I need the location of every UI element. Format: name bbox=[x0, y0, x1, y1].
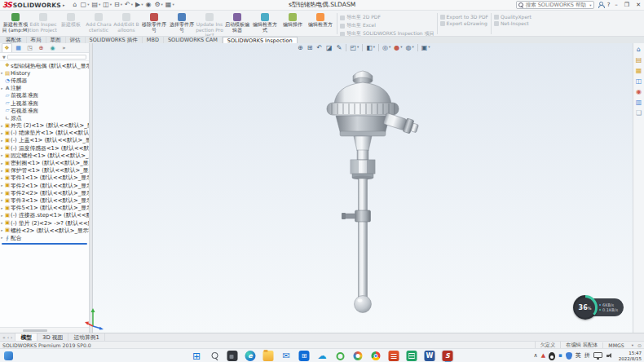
tree-row[interactable]: ▸ 密封圈<1> (默认<<默认>_显示状 bbox=[0, 159, 89, 166]
command-tab[interactable]: MBD bbox=[143, 37, 164, 43]
tree-horizontal-scrollbar[interactable] bbox=[0, 327, 89, 333]
export-menu-item[interactable]: Net-Inspect bbox=[494, 20, 532, 26]
ribbon-button[interactable]: Add/Edit Balloons bbox=[112, 11, 140, 36]
window-restore-button[interactable]: ❐ bbox=[623, 2, 631, 8]
quick-access-button[interactable]: ▤▾ bbox=[91, 2, 100, 8]
ribbon-button[interactable]: Add Characteristic bbox=[85, 11, 112, 36]
ribbon-button[interactable]: 编辑操作 bbox=[279, 11, 307, 36]
ribbon-button[interactable]: 新建模板 bbox=[57, 11, 85, 36]
headsup-button[interactable]: ✎ bbox=[336, 45, 344, 51]
tree-row[interactable]: ▸ (-) 连接器.step<1> (默认<<默认> bbox=[0, 212, 89, 219]
export-menu-item[interactable]: QualityXpert bbox=[494, 14, 532, 20]
task-pane-tab[interactable]: ❏ bbox=[636, 110, 642, 117]
task-pane-tab[interactable]: ▦ bbox=[636, 68, 642, 74]
panel-tab[interactable]: ⊕ bbox=[36, 43, 46, 52]
ribbon-button[interactable]: 选择零件序号 bbox=[168, 11, 196, 36]
tree-row[interactable]: ▸ (-) 上盖<1> (默认<<默认>_显示状 bbox=[0, 137, 89, 144]
taskbar-app[interactable] bbox=[334, 350, 346, 362]
taskbar-app[interactable] bbox=[227, 350, 239, 362]
tray-item[interactable]: ∧ bbox=[534, 353, 538, 359]
search-input[interactable]: 搜索 SOLIDWORKS 帮助 ▾ bbox=[516, 1, 594, 9]
taskbar-app[interactable]: W bbox=[424, 350, 436, 362]
tray-item[interactable]: 英 bbox=[576, 353, 581, 359]
doc-tab-nav-arrow-icon[interactable]: ‹ bbox=[7, 334, 9, 340]
tree-row[interactable]: ▸ 零件2<1> (默认<<默认>_显示状 bbox=[0, 182, 89, 189]
panel-tab[interactable]: ❖ bbox=[2, 43, 12, 52]
panel-splitter[interactable] bbox=[90, 43, 93, 333]
taskbar-app[interactable] bbox=[352, 350, 364, 362]
window-close-button[interactable]: ✕ bbox=[634, 2, 642, 8]
login-user-icon[interactable] bbox=[598, 2, 604, 8]
quick-access-button[interactable]: ↶▾ bbox=[125, 2, 133, 8]
task-pane-tab[interactable]: ◉ bbox=[636, 89, 642, 95]
quick-access-button[interactable]: ▦▾ bbox=[165, 2, 174, 8]
export-menu-item[interactable]: 导出至 SOLIDWORKS Inspection 项目 bbox=[340, 30, 434, 36]
command-tab[interactable]: SOLIDWORKS 插件 bbox=[86, 37, 143, 43]
tray-item[interactable]: ▪ bbox=[558, 353, 562, 359]
headsup-button[interactable]: ↶ bbox=[315, 45, 324, 51]
quick-access-button[interactable]: ⚙▾ bbox=[154, 2, 162, 8]
tree-row[interactable]: ▸ 固定螺栓<1> (默认<<默认>_显示 bbox=[0, 152, 89, 159]
taskbar-app[interactable]: S bbox=[442, 350, 454, 362]
tree-row[interactable]: ▸ 注解 bbox=[0, 85, 89, 92]
help-button[interactable]: ? bbox=[607, 2, 611, 8]
doc-tab[interactable]: 模型 bbox=[15, 333, 37, 341]
quick-access-button[interactable]: ▢▾ bbox=[81, 2, 90, 8]
tree-row[interactable]: ▸ (-) 绝缘垫片<1> (默认<<默认>_显 bbox=[0, 130, 89, 137]
tray-item[interactable] bbox=[566, 352, 572, 360]
headsup-button[interactable]: ◎▾ bbox=[382, 45, 391, 51]
tree-row[interactable]: ▸ History bbox=[0, 69, 89, 77]
quick-access-button[interactable]: ◫▾ bbox=[103, 2, 112, 8]
tree-row[interactable]: ▸ 零件3<1> (默认<<默认>_显示状态 bbox=[0, 196, 89, 204]
ribbon-button[interactable]: Edit Inspection Project bbox=[29, 11, 57, 36]
tree-row[interactable]: 上视基准面 bbox=[0, 99, 89, 107]
ribbon-button[interactable]: 启动模板编辑器 bbox=[223, 11, 251, 36]
doc-tab-nav-arrow-icon[interactable]: › bbox=[11, 334, 12, 340]
tree-row[interactable]: ▸ 零件1<1> (默认<<默认>_显示状态 bbox=[0, 174, 89, 182]
panel-tab[interactable]: » bbox=[59, 43, 69, 52]
quick-access-button[interactable]: ◉ bbox=[145, 2, 152, 8]
tree-row[interactable]: ▸ 保护管<1> (默认<<默认>_显示状 bbox=[0, 167, 89, 174]
taskbar-app[interactable]: ☁ bbox=[316, 350, 329, 362]
tree-row[interactable]: ▸ (-) 垫片 (2)<2> ->? (默认<<默认> bbox=[0, 219, 89, 227]
status-options-icon[interactable]: ⊙ bbox=[637, 342, 642, 348]
logo-flyout-arrow-icon[interactable]: ▸ bbox=[63, 2, 65, 7]
window-minimize-button[interactable]: – bbox=[613, 2, 620, 8]
headsup-button[interactable] bbox=[346, 44, 346, 51]
tree-row[interactable]: 前视基准面 bbox=[0, 92, 89, 99]
command-tab[interactable]: 评估 bbox=[66, 37, 86, 43]
headsup-button[interactable]: ⊞ bbox=[307, 45, 315, 51]
tree-row[interactable]: 传感器 bbox=[0, 77, 89, 84]
cpu-usage-dial[interactable]: 36% bbox=[573, 295, 598, 320]
ribbon-button[interactable]: 编辑检查方式 bbox=[251, 11, 279, 36]
doc-tab-nav-arrow-icon[interactable]: « bbox=[2, 334, 6, 340]
tree-row[interactable]: s型铂铑热电偶 (默认<默认_显示状态-1 bbox=[0, 62, 89, 69]
taskbar-app[interactable] bbox=[209, 350, 221, 362]
tree-row[interactable]: 右视基准面 bbox=[0, 107, 89, 114]
tree-row[interactable]: ▸ 零件5<1> (默认<<默认>_显示状态 bbox=[0, 205, 89, 212]
headsup-button[interactable]: ▣▾ bbox=[421, 45, 431, 51]
tray-item[interactable] bbox=[549, 352, 555, 360]
taskbar-clock[interactable]: 15:47 2022/8/15 bbox=[619, 351, 642, 361]
headsup-button[interactable]: ◪ bbox=[325, 45, 334, 51]
tray-item[interactable]: ▲ bbox=[541, 353, 545, 359]
headsup-button[interactable]: ◧▾ bbox=[365, 45, 376, 51]
taskbar-app[interactable]: ⊞ bbox=[191, 350, 203, 362]
taskbar-app[interactable] bbox=[406, 350, 418, 362]
headsup-button[interactable] bbox=[417, 44, 418, 51]
panel-tab[interactable]: ◳ bbox=[24, 43, 35, 52]
headsup-button[interactable]: ◍▾ bbox=[405, 45, 415, 51]
model-3d-thermocouple[interactable] bbox=[93, 43, 633, 333]
command-tab[interactable]: SOLIDWORKS CAM bbox=[164, 37, 223, 43]
ribbon-button[interactable]: 移除零件序号 bbox=[140, 11, 168, 36]
tray-item[interactable] bbox=[606, 352, 614, 360]
quick-access-button[interactable]: ⌂ bbox=[73, 2, 77, 8]
task-pane-tab[interactable]: ▤ bbox=[636, 57, 642, 64]
command-tab[interactable]: 装配体 bbox=[2, 37, 27, 43]
ribbon-button[interactable]: 新建检查项目 (amp:M) bbox=[2, 11, 29, 36]
headsup-button[interactable] bbox=[378, 44, 379, 51]
command-tab[interactable]: SOLIDWORKS Inspection bbox=[223, 37, 298, 43]
doc-tab[interactable]: 3D 视图 bbox=[37, 333, 68, 341]
ribbon-button[interactable]: 编辑检查方 bbox=[307, 11, 334, 36]
search-caret-icon[interactable]: ▾ bbox=[589, 3, 591, 7]
